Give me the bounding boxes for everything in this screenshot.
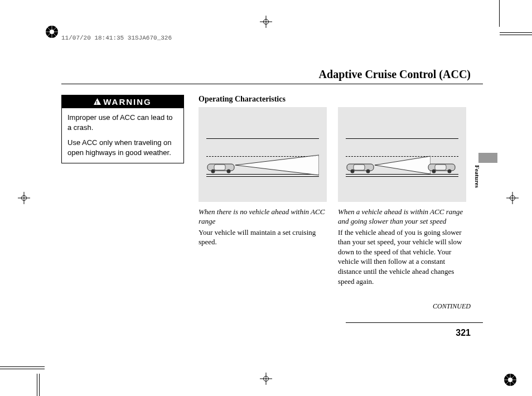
crop-mark bbox=[0, 369, 45, 369]
warning-box: ! WARNING Improper use of ACC can lead t… bbox=[61, 95, 184, 163]
title-rule bbox=[61, 84, 483, 84]
page-number-rule bbox=[346, 322, 483, 323]
svg-point-27 bbox=[508, 378, 512, 382]
warning-label: WARNING bbox=[103, 97, 152, 107]
your-car-icon bbox=[206, 161, 238, 174]
crop-mark bbox=[499, 0, 500, 27]
scenario2-caption-italic: When a vehicle ahead is within ACC range… bbox=[338, 207, 468, 226]
svg-marker-2 bbox=[235, 155, 319, 175]
crop-mark bbox=[500, 32, 532, 33]
side-section-label: Features bbox=[474, 165, 481, 188]
registration-cross-icon bbox=[506, 192, 519, 204]
section-heading: Operating Characteristics bbox=[199, 95, 329, 104]
svg-text:!: ! bbox=[96, 100, 99, 105]
page-edge-tab bbox=[478, 153, 497, 163]
svg-rect-9 bbox=[354, 165, 365, 170]
registration-cross-icon bbox=[18, 192, 30, 204]
registration-mark-icon bbox=[503, 373, 518, 387]
scenario1-caption-italic: When there is no vehicle ahead within AC… bbox=[199, 207, 329, 226]
continued-label: CONTINUED bbox=[433, 302, 471, 311]
svg-point-10 bbox=[351, 170, 355, 173]
registration-cross-icon bbox=[260, 373, 272, 385]
content-area: ! WARNING Improper use of ACC can lead t… bbox=[61, 95, 483, 286]
svg-point-15 bbox=[448, 170, 452, 173]
svg-point-21 bbox=[50, 30, 54, 34]
warning-text-1: Improper use of ACC can lead to a crash. bbox=[67, 113, 178, 132]
diagram-vehicle-ahead bbox=[338, 107, 466, 202]
page-number: 321 bbox=[456, 328, 471, 338]
warning-triangle-icon: ! bbox=[94, 97, 101, 107]
sensor-cone-icon bbox=[235, 154, 319, 176]
svg-point-6 bbox=[227, 170, 231, 173]
column-scenario-2: When a vehicle ahead is within ACC range… bbox=[338, 95, 468, 286]
svg-rect-4 bbox=[214, 165, 225, 170]
crop-mark bbox=[500, 35, 532, 35]
svg-point-11 bbox=[366, 170, 370, 173]
svg-marker-7 bbox=[375, 156, 431, 174]
lead-car-icon bbox=[427, 161, 458, 174]
svg-point-14 bbox=[432, 170, 436, 173]
warning-header: ! WARNING bbox=[62, 95, 183, 108]
svg-rect-13 bbox=[435, 165, 446, 170]
column-scenario-1: Operating Characteristics When there is … bbox=[199, 95, 329, 286]
sensor-cone-icon bbox=[375, 154, 431, 176]
scenario1-caption-body: Your vehicle will maintain a set cruisin… bbox=[199, 228, 329, 247]
diagram-no-vehicle-ahead bbox=[199, 107, 327, 202]
crop-mark bbox=[39, 374, 40, 396]
svg-point-5 bbox=[211, 170, 215, 173]
your-car-icon bbox=[346, 161, 377, 174]
crop-mark bbox=[37, 374, 37, 396]
registration-mark-icon bbox=[45, 25, 59, 39]
print-header-stamp: 11/07/20 18:41:35 31SJA670_326 bbox=[61, 35, 172, 41]
warning-text-2: Use ACC only when traveling on open high… bbox=[67, 138, 178, 157]
warning-body: Improper use of ACC can lead to a crash.… bbox=[62, 108, 183, 163]
crop-mark bbox=[0, 366, 45, 367]
registration-cross-icon bbox=[260, 16, 272, 28]
page-title: Adaptive Cruise Control (ACC) bbox=[319, 68, 471, 81]
column-warning: ! WARNING Improper use of ACC can lead t… bbox=[61, 95, 190, 286]
scenario2-caption-body: If the vehicle ahead of you is going slo… bbox=[338, 228, 468, 286]
